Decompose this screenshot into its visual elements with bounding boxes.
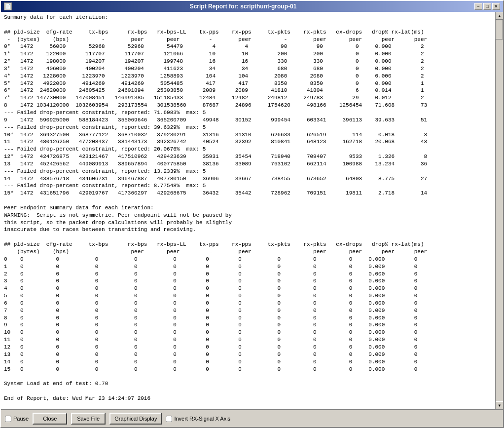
invert-checkbox[interactable] <box>166 416 172 422</box>
close-button[interactable]: Close <box>33 413 67 425</box>
maximize-button[interactable]: □ <box>483 3 491 10</box>
window-controls: − □ ✕ <box>474 3 500 10</box>
scroll-up-button[interactable]: ▲ <box>496 12 503 20</box>
pause-label: Pause <box>13 416 29 422</box>
pause-checkbox[interactable] <box>5 416 11 422</box>
window-icon: 📄 <box>4 2 12 10</box>
scroll-track[interactable] <box>496 20 503 401</box>
invert-checkbox-label: Invert RX-Signal X Axis <box>166 416 230 422</box>
scroll-down-button[interactable]: ▼ <box>496 401 503 409</box>
minimize-button[interactable]: − <box>474 3 482 10</box>
save-file-button[interactable]: Save File <box>71 413 106 425</box>
close-window-button[interactable]: ✕ <box>492 3 500 10</box>
report-content: Summary data for each iteration: ## pld-… <box>4 14 492 409</box>
content-area: Summary data for each iteration: ## pld-… <box>1 12 503 409</box>
vertical-scrollbar: ▲ ▼ <box>495 12 503 409</box>
pause-checkbox-label: Pause <box>5 416 29 422</box>
scroll-thumb[interactable] <box>496 20 503 39</box>
title-bar: 📄 Script Report for: scripthunt-group-01… <box>1 1 503 12</box>
main-window: 📄 Script Report for: scripthunt-group-01… <box>0 0 504 428</box>
window-title: Script Report for: scripthunt-group-01 <box>12 3 474 10</box>
bottom-toolbar: Pause Close Save File Graphical Display … <box>1 409 503 427</box>
graphical-display-button[interactable]: Graphical Display <box>109 413 162 425</box>
report-scroll-area[interactable]: Summary data for each iteration: ## pld-… <box>1 12 495 409</box>
invert-label: Invert RX-Signal X Axis <box>174 416 230 422</box>
